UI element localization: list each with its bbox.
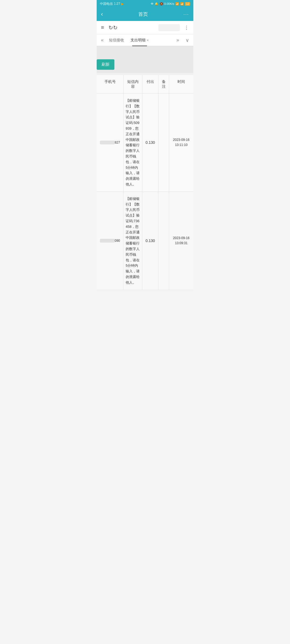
mute-icon: 🔕 (160, 2, 163, 6)
cell-amount-2: 0.130 (142, 192, 158, 290)
streaming-icon: ▶ (121, 2, 124, 6)
refresh-button[interactable]: 刷新 (97, 59, 114, 70)
tab-expense-detail[interactable]: 支出明细 × (127, 34, 152, 46)
alarm-icon: 🔔 (155, 2, 158, 6)
tab-bar: « 短信接收 支出明细 × » ∨ (97, 34, 193, 46)
tab-prev-button[interactable]: « (99, 37, 106, 43)
tab-expense-label: 支出明细 (130, 38, 146, 43)
toolbar: ↻ ⋮ (97, 21, 193, 34)
eye-icon: 👁 (151, 2, 154, 5)
network-speed: 0.00K/s (164, 2, 174, 5)
page-title: 首页 (138, 11, 148, 17)
more-button[interactable]: ··· (183, 12, 189, 17)
cell-time-1: 2023-09-16 13:11:10 (169, 94, 193, 192)
more-dots-icon[interactable]: ⋮ (184, 25, 189, 31)
header-time: 时间 (169, 75, 193, 93)
tab-right-buttons: » ∨ (174, 37, 191, 43)
cell-amount-1: 0.130 (142, 94, 158, 192)
tab-close-button[interactable]: × (147, 38, 149, 42)
tab-next-button[interactable]: » (174, 37, 181, 43)
refresh-icon[interactable]: ↻ (108, 24, 118, 31)
back-button[interactable]: ‹ (101, 11, 103, 18)
tab-collapse-button[interactable]: ∨ (183, 37, 191, 43)
table-header: 手机号 短信内容 付出 备 注 时间 (97, 75, 193, 94)
data-table: 手机号 短信内容 付出 备 注 时间 827 【邮储银行】【数字人民币试点】验证… (97, 75, 193, 290)
table-row: 090 【邮储银行】【数字人民币试点】验证码:736458，您正在开通中国邮政储… (97, 192, 193, 290)
phone-blur-1 (100, 141, 115, 144)
cell-message-1: 【邮储银行】【数字人民币试点】验证码:509939，您正在开通中国邮政储蓄银行的… (124, 94, 142, 192)
tab-sms-receive[interactable]: 短信接收 (106, 34, 127, 46)
battery-icon: 12 (185, 2, 190, 6)
tab-sms-label: 短信接收 (109, 38, 124, 43)
top-nav: ‹ 首页 ··· (97, 8, 193, 21)
cell-phone-1: 827 (97, 94, 124, 192)
header-message: 短信内容 (124, 75, 142, 93)
status-bar: 中国电信 1:27 ▶ 👁 🔔 🔕 0.00K/s 📶 📶 12 (97, 0, 193, 8)
header-amount: 付出 (142, 75, 158, 93)
time-label: 1:27 (114, 2, 120, 6)
cell-message-2: 【邮储银行】【数字人民币试点】验证码:736458，您正在开通中国邮政储蓄银行的… (124, 192, 142, 290)
table-row: 827 【邮储银行】【数字人民币试点】验证码:509939，您正在开通中国邮政储… (97, 94, 193, 192)
header-phone: 手机号 (97, 75, 124, 93)
status-indicators: 👁 🔔 🔕 0.00K/s 📶 📶 12 (151, 2, 190, 6)
cell-phone-2: 090 (97, 192, 124, 290)
menu-icon[interactable] (101, 24, 104, 31)
banner-area: 刷新 (97, 46, 193, 73)
avatar-placeholder (158, 24, 180, 31)
carrier-label: 中国电信 (100, 2, 113, 6)
phone-blur-2 (100, 239, 115, 243)
cell-note-1 (158, 94, 169, 192)
header-note: 备 注 (158, 75, 169, 93)
content-area: 刷新 手机号 短信内容 付出 备 注 时间 827 【邮储银行】【数字人民币试点… (97, 46, 193, 290)
wifi-icon: 📶 (175, 2, 179, 6)
signal-icon: 📶 (180, 2, 184, 6)
cell-note-2 (158, 192, 169, 290)
status-carrier-time: 中国电信 1:27 ▶ (100, 2, 124, 6)
cell-time-2: 2023-09-16 13:09:31 (169, 192, 193, 290)
